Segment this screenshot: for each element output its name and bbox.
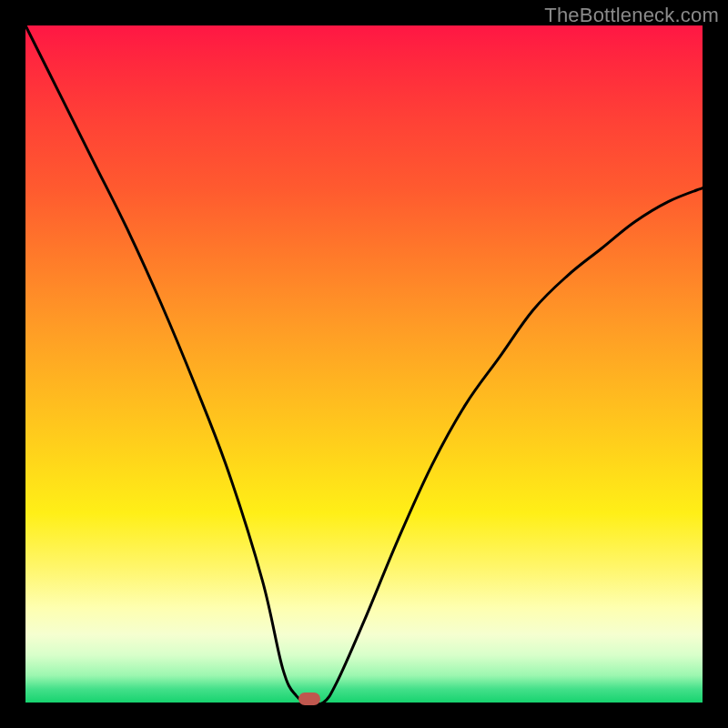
curve-svg <box>25 25 703 703</box>
chart-frame: TheBottleneck.com <box>0 0 728 728</box>
min-marker <box>298 693 320 705</box>
plot-area <box>25 25 703 703</box>
watermark-text: TheBottleneck.com <box>544 4 719 27</box>
bottleneck-curve <box>25 25 703 704</box>
